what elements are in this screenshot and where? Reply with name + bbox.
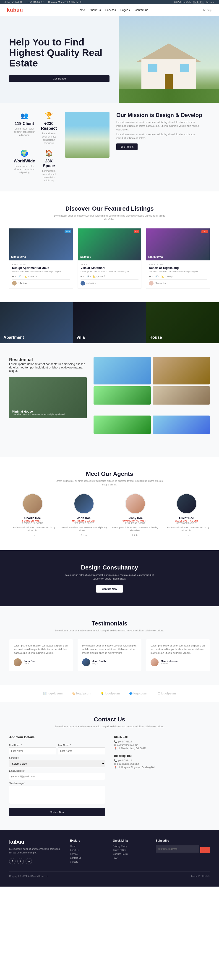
listing-image-3: Sale $15,000/mo — [146, 228, 209, 261]
nav-services[interactable]: Services — [105, 8, 116, 12]
social-in-icon[interactable]: in — [33, 534, 35, 536]
stat-worldwide-number: WorldWide — [14, 159, 35, 164]
listing-badge-1: New — [65, 230, 71, 233]
footer-cookies-link[interactable]: Cookies Policy — [113, 853, 128, 855]
social-tw2-icon[interactable]: t — [83, 534, 84, 536]
listing-desc-3: Lorem ipsum dolor sit amet consectetur a… — [149, 270, 207, 274]
contact-office-buleleng: Buleleng, Bali 📞 (+62) 781422 ✉ buleleng… — [114, 754, 210, 769]
agent-card-2: John Doe MARKETING AGENT MARKETING AGENT… — [60, 493, 107, 536]
agent-name-guest: Guest Doe — [163, 516, 210, 520]
social-fb4-icon[interactable]: f — [184, 534, 184, 536]
navbar: kubuu Home About Us Services Pages ▾ Con… — [0, 4, 219, 16]
topbar-contact-link[interactable]: Contact Us — [193, 1, 204, 3]
topbar-address: Jl. Raya Ubud 34 — [5, 1, 22, 3]
topbar-phone1: (+62) 812-34567 — [27, 1, 44, 3]
subscribe-input[interactable] — [156, 845, 199, 853]
featured-section: Discover Our Featured Listings Lorem ips… — [0, 191, 219, 302]
office-buleleng-email: ✉ buleleng@domain.biz — [114, 763, 210, 765]
footer-fb-icon[interactable]: f — [9, 858, 16, 864]
mission-desc2: Lorem ipsum dolor sit amet consectetur a… — [116, 133, 205, 140]
featured-header: Discover Our Featured Listings Lorem ips… — [9, 205, 210, 221]
social-tw-icon[interactable]: t — [32, 534, 32, 536]
footer-privacy-link[interactable]: Privacy Policy — [113, 845, 127, 848]
testimonials-title: Testimonials — [9, 620, 210, 627]
social-fb-icon[interactable]: f — [30, 534, 30, 536]
phone-icon: 📞 — [114, 740, 117, 743]
social-in3-icon[interactable]: in — [136, 534, 138, 536]
social-in2-icon[interactable]: in — [85, 534, 87, 536]
listing-badge-2: Hot — [134, 230, 140, 233]
featured-subtitle: Lorem ipsum dolor sit amet consectetur a… — [52, 214, 167, 221]
address2-icon: 📍 — [114, 766, 117, 769]
category-apartment[interactable]: Apartment — [0, 302, 73, 344]
listing-price-1: $50,000/mo — [11, 255, 26, 259]
first-name-input[interactable] — [9, 748, 56, 754]
last-name-input[interactable] — [58, 748, 105, 754]
footer-explore-careers-link[interactable]: Careers — [70, 861, 78, 863]
social-in4-icon[interactable]: in — [187, 534, 189, 536]
nav-home[interactable]: Home — [78, 8, 85, 12]
consultancy-section: Design Consultancy Lorem ipsum dolor sit… — [0, 550, 219, 606]
agent-name-john: John Doe — [60, 516, 107, 520]
contact-section: Contact Us Lorem ipsum dolor sit amet co… — [0, 702, 219, 830]
contact-title: Contact Us — [9, 716, 210, 723]
social-tw3-icon[interactable]: t — [134, 534, 135, 536]
social-fb2-icon[interactable]: f — [81, 534, 82, 536]
testimonial-card-2: Lorem ipsum dolor sit amet consectetur a… — [78, 640, 141, 671]
footer-faq-link[interactable]: FAQ — [113, 857, 117, 859]
stat-worldwide-desc: Lorem ipsum dolor sit amet consectetur a… — [14, 165, 35, 174]
footer-explore-home-link[interactable]: Home — [70, 845, 76, 848]
agent-title-john: MARKETING AGENT — [60, 520, 107, 522]
footer-explore-contact-link[interactable]: Contact Us — [70, 857, 81, 859]
agent-avatar-3 — [149, 281, 154, 286]
social-fb3-icon[interactable]: f — [132, 534, 133, 536]
listing-area-1: 📐 1,700sq ft — [25, 275, 37, 278]
brand-logo-1: 📊 logoipsum — [43, 692, 62, 695]
consultancy-btn[interactable]: Contact Now — [96, 585, 122, 593]
nav-pages[interactable]: Pages ▾ — [121, 8, 130, 12]
footer-in-icon[interactable]: in — [25, 858, 32, 864]
mission-btn[interactable]: See Project — [116, 143, 138, 150]
stat-respect-desc: Lorem ipsum dolor sit amet consectetur a… — [40, 132, 59, 145]
listing-info-1: APARTMENT Design Apartment at Ubud Lorem… — [10, 261, 73, 288]
listing-beds-1: 🛏 3 — [12, 275, 16, 278]
form-name-row: First Name * Last Name * — [9, 742, 105, 754]
category-banner: Apartment Villa House — [0, 302, 219, 344]
listing-beds-2: 🛏 4 — [81, 275, 84, 278]
contact-submit-button[interactable]: Contact Now — [9, 808, 105, 816]
consultancy-desc: Lorem ipsum dolor sit amet consectetur a… — [64, 573, 155, 581]
schedule-label: Schedule — [9, 757, 105, 759]
email-label: Email Address * — [9, 770, 105, 772]
nav-about[interactable]: About Us — [89, 8, 101, 12]
footer-brand-name: kubuu Real Estate — [191, 875, 210, 877]
testimonial-role-2: Buyer — [92, 662, 106, 665]
category-house[interactable]: House — [146, 302, 219, 344]
office-buleleng-phone: 📞 (+62) 781422 — [114, 759, 210, 762]
agent-sub-charlie: RESIDENTIAL AGENT — [9, 522, 56, 524]
footer-bottom: Copyright © 2024. All Rights Reserved ku… — [9, 871, 210, 877]
footer-brand: kubuu Lorem ipsum dolor sit amet consect… — [9, 839, 63, 864]
email-input[interactable] — [9, 773, 105, 780]
footer-explore-service-link[interactable]: Service — [70, 853, 78, 855]
footer-explore-about-link[interactable]: About Us — [70, 849, 79, 851]
office-buleleng-name: Buleleng, Bali — [114, 754, 210, 757]
subscribe-button[interactable]: → — [200, 847, 210, 853]
message-textarea[interactable] — [9, 786, 105, 804]
social-tw4-icon[interactable]: t — [186, 534, 186, 536]
schedule-select[interactable]: Select a date — [9, 760, 105, 767]
testimonial-avatar-2 — [82, 659, 90, 667]
residential-featured-desc: Lorem ipsum dolor sit amet consectetur a… — [12, 413, 65, 415]
respect-icon: 🏆 — [40, 112, 59, 119]
res-img-1 — [94, 357, 151, 385]
nav-contact[interactable]: Contact Us — [135, 8, 148, 12]
listing-type-3: APARTMENT — [149, 263, 207, 266]
footer-tw-icon[interactable]: t — [17, 858, 24, 864]
hero-cta-button[interactable]: Get Started — [9, 75, 110, 82]
footer-cookies: Cookies Policy — [113, 853, 149, 855]
footer-copyright: Copyright © 2024. All Rights Reserved — [9, 875, 48, 877]
category-villa[interactable]: Villa — [73, 302, 146, 344]
mission-title: Our Mission is Design & Develop — [116, 112, 205, 118]
footer-terms-link[interactable]: Terms of Use — [113, 849, 126, 851]
listing-meta-1: 🛏 3 🚿 2 📐 1,700sq ft — [12, 275, 70, 278]
hero-section: Help You to Find Highest Quality Real Es… — [0, 16, 219, 103]
